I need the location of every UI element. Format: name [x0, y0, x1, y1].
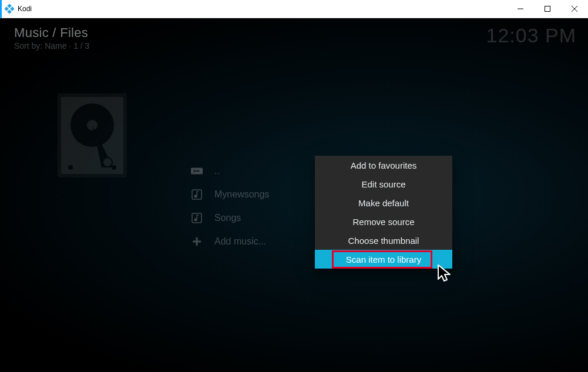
context-menu-item-make-default[interactable]: Make default: [315, 193, 452, 212]
svg-point-11: [112, 165, 116, 170]
svg-rect-0: [7, 4, 12, 8]
context-menu-item-label: Make default: [358, 198, 409, 208]
file-list-up-label: ..: [214, 166, 220, 176]
context-menu-item-edit-source[interactable]: Edit source: [315, 175, 452, 193]
file-list-item-label: Mynewsongs: [214, 189, 269, 200]
svg-rect-2: [5, 6, 9, 11]
source-thumbnail: [58, 93, 127, 177]
svg-rect-4: [545, 6, 550, 12]
window-minimize-button[interactable]: [507, 0, 534, 18]
sort-status: Sort by: Name · 1 / 3: [14, 41, 89, 51]
context-menu-item-remove-source[interactable]: Remove source: [315, 212, 452, 231]
context-menu-item-favourites[interactable]: Add to favourites: [315, 156, 452, 175]
app-client-area: Music / Files Sort by: Name · 1 / 3 12:0…: [0, 18, 588, 372]
context-menu-item-scan-library[interactable]: Scan item to library: [315, 250, 452, 269]
music-source-icon: [191, 189, 203, 200]
music-source-icon: [191, 212, 203, 224]
context-menu-item-label: Add to favourites: [351, 160, 417, 170]
context-menu-item-label: Scan item to library: [346, 254, 421, 264]
back-arrow-icon: [191, 165, 203, 177]
kodi-logo-icon: [5, 4, 14, 14]
file-list-item-label: Songs: [214, 213, 241, 223]
svg-rect-3: [7, 9, 12, 14]
svg-rect-1: [10, 6, 14, 11]
plus-icon: [191, 236, 203, 247]
window-titlebar: Kodi: [0, 0, 588, 18]
cursor-icon: [437, 264, 452, 285]
context-menu-item-label: Choose thumbnail: [348, 236, 419, 246]
window-title: Kodi: [18, 5, 32, 13]
context-menu-item-label: Remove source: [352, 217, 414, 227]
breadcrumb: Music / Files Sort by: Name · 1 / 3: [14, 25, 89, 51]
context-menu-item-choose-thumbnail[interactable]: Choose thumbnail: [315, 231, 452, 250]
svg-point-9: [103, 157, 112, 167]
file-list-add-label: Add music...: [214, 236, 266, 247]
window-maximize-button[interactable]: [534, 0, 561, 18]
window-close-button[interactable]: [561, 0, 588, 18]
context-menu-item-label: Edit source: [361, 179, 405, 189]
context-menu: Add to favourites Edit source Make defau…: [315, 156, 452, 269]
clock: 12:03 PM: [486, 24, 576, 47]
breadcrumb-path: Music / Files: [14, 25, 89, 41]
svg-point-10: [68, 165, 73, 170]
